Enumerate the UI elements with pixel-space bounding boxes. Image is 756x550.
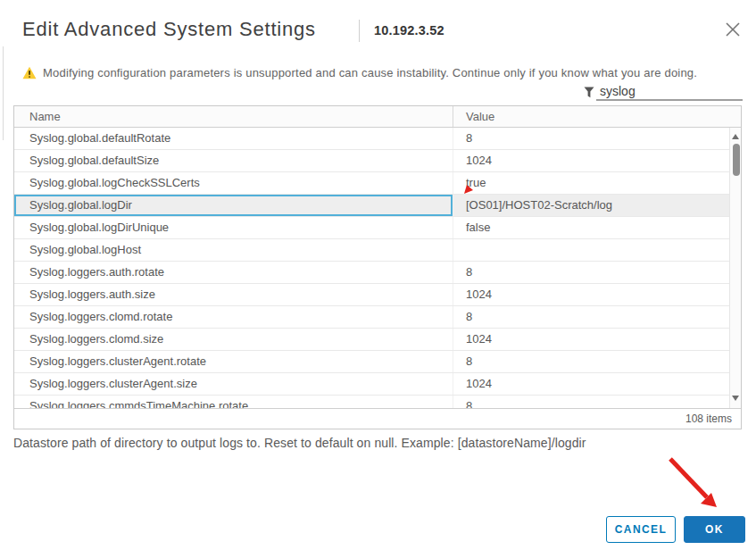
row-name[interactable]: Syslog.loggers.cmmdsTimeMachine.rotate [14, 396, 453, 408]
table-header: Name Value [14, 106, 741, 128]
table-row[interactable]: Syslog.global.logDirUniquefalse [14, 217, 741, 239]
vertical-scrollbar[interactable] [729, 128, 741, 408]
row-name[interactable]: Syslog.loggers.auth.rotate [14, 262, 453, 283]
warning-text: Modifying configuration parameters is un… [43, 66, 697, 79]
setting-description: Datastore path of directory to output lo… [13, 436, 586, 450]
row-name[interactable]: Syslog.global.logCheckSSLCerts [14, 172, 453, 194]
row-value[interactable]: 1024 [453, 373, 741, 395]
row-value[interactable]: [OS01]/HOST02-Scratch/log [453, 195, 741, 216]
screen-edge-artifact [3, 46, 4, 140]
table-row[interactable]: Syslog.global.defaultRotate8 [14, 128, 741, 150]
ok-button[interactable]: OK [684, 516, 745, 543]
row-name[interactable]: Syslog.loggers.auth.size [14, 284, 453, 305]
row-value[interactable]: 8 [453, 262, 741, 283]
warning-triangle-icon [22, 66, 37, 79]
table-row[interactable]: Syslog.global.logCheckSSLCertstrue [14, 172, 741, 195]
row-name[interactable]: Syslog.loggers.clusterAgent.rotate [14, 351, 453, 372]
row-name[interactable]: Syslog.loggers.clomd.rotate [14, 306, 453, 328]
filter-bar [580, 85, 743, 104]
table-row[interactable]: Syslog.global.logDir[OS01]/HOST02-Scratc… [14, 195, 741, 217]
cancel-button[interactable]: CANCEL [606, 516, 676, 543]
row-value[interactable] [453, 239, 741, 261]
table-row[interactable]: Syslog.loggers.auth.rotate8 [14, 262, 741, 284]
table-row[interactable]: Syslog.loggers.auth.size1024 [14, 284, 741, 306]
filter-input[interactable] [596, 84, 743, 101]
items-count: 108 items [685, 412, 732, 425]
funnel-filter-icon[interactable] [584, 87, 594, 98]
table-footer: 108 items [14, 408, 741, 429]
row-name[interactable]: Syslog.global.defaultRotate [14, 128, 453, 149]
close-icon[interactable] [724, 21, 742, 38]
annotation-arrow [660, 453, 732, 520]
scroll-down-arrow-icon[interactable] [732, 396, 740, 402]
row-value[interactable]: true [453, 172, 741, 194]
row-value[interactable]: 8 [453, 396, 741, 408]
table-row[interactable]: Syslog.loggers.cmmdsTimeMachine.rotate8 [14, 396, 741, 408]
row-value[interactable]: 8 [453, 128, 741, 149]
table-row[interactable]: Syslog.loggers.clomd.size1024 [14, 329, 741, 351]
row-name[interactable]: Syslog.global.logHost [14, 239, 453, 261]
title-divider [359, 20, 360, 42]
row-name[interactable]: Syslog.loggers.clomd.size [14, 329, 453, 350]
row-name[interactable]: Syslog.loggers.clusterAgent.size [14, 373, 453, 395]
row-value[interactable]: 8 [453, 351, 741, 372]
column-header-name[interactable]: Name [14, 106, 453, 127]
table-row[interactable]: Syslog.global.logHost [14, 239, 741, 262]
scrollbar-thumb[interactable] [733, 144, 740, 176]
table-row[interactable]: Syslog.loggers.clomd.rotate8 [14, 306, 741, 329]
row-name[interactable]: Syslog.global.logDir [14, 195, 453, 216]
scroll-up-arrow-icon[interactable] [732, 134, 740, 140]
column-header-value[interactable]: Value [453, 106, 741, 127]
table-row[interactable]: Syslog.loggers.clusterAgent.rotate8 [14, 351, 741, 373]
dialog-titlebar: Edit Advanced System Settings 10.192.3.5… [22, 18, 742, 45]
table-row[interactable]: Syslog.global.defaultSize1024 [14, 150, 741, 172]
row-value[interactable]: 1024 [453, 329, 741, 350]
page-title: Edit Advanced System Settings [22, 18, 316, 41]
row-value[interactable]: 1024 [453, 284, 741, 305]
table-row[interactable]: Syslog.loggers.clusterAgent.size1024 [14, 373, 741, 396]
settings-table: Name Value Syslog.global.defaultRotate8S… [13, 105, 742, 429]
row-value[interactable]: 8 [453, 306, 741, 328]
row-name[interactable]: Syslog.global.logDirUnique [14, 217, 453, 238]
table-body: Syslog.global.defaultRotate8Syslog.globa… [14, 128, 741, 408]
host-address: 10.192.3.52 [374, 23, 444, 38]
edit-advanced-system-settings-dialog: Edit Advanced System Settings 10.192.3.5… [0, 0, 756, 550]
warning-banner: Modifying configuration parameters is un… [22, 64, 697, 80]
row-value[interactable]: 1024 [453, 150, 741, 171]
row-value[interactable]: false [453, 217, 741, 238]
row-name[interactable]: Syslog.global.defaultSize [14, 150, 453, 171]
